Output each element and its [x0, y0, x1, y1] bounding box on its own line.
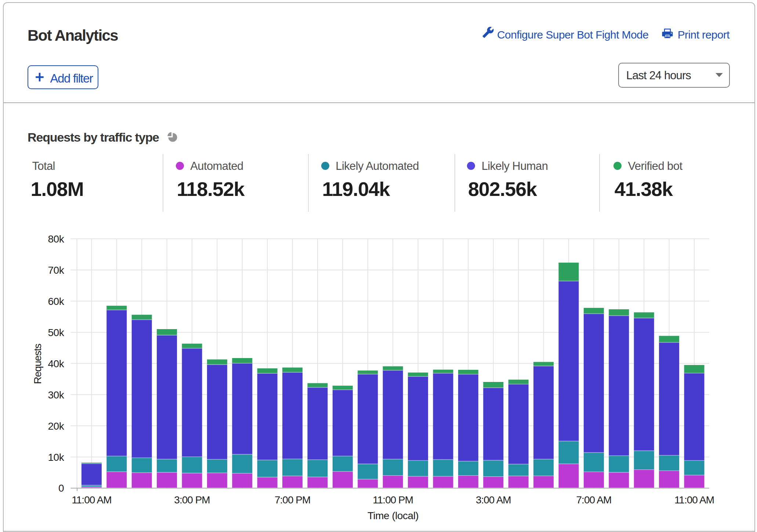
svg-text:Requests: Requests	[32, 344, 43, 384]
svg-text:20k: 20k	[48, 420, 65, 432]
svg-text:80k: 80k	[48, 233, 65, 245]
svg-text:Time (local): Time (local)	[367, 510, 419, 521]
svg-text:50k: 50k	[48, 327, 65, 338]
svg-text:40k: 40k	[48, 358, 65, 369]
svg-text:11:00 AM: 11:00 AM	[674, 494, 714, 506]
svg-text:60k: 60k	[48, 296, 65, 307]
svg-text:7:00 PM: 7:00 PM	[275, 494, 310, 506]
svg-text:70k: 70k	[48, 265, 65, 276]
svg-text:3:00 AM: 3:00 AM	[476, 494, 511, 506]
svg-text:11:00 AM: 11:00 AM	[72, 494, 111, 506]
svg-text:30k: 30k	[48, 389, 65, 401]
svg-text:10k: 10k	[48, 452, 65, 463]
svg-text:11:00 PM: 11:00 PM	[373, 494, 413, 506]
svg-text:7:00 AM: 7:00 AM	[576, 494, 612, 506]
svg-text:3:00 PM: 3:00 PM	[174, 494, 210, 506]
svg-text:0: 0	[58, 482, 64, 494]
